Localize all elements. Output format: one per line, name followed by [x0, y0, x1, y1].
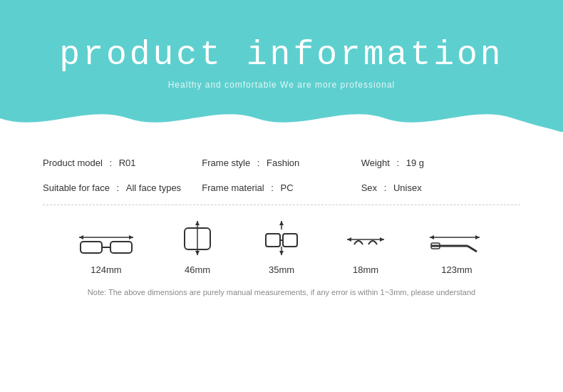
dim-label-46: 46mm	[185, 264, 210, 275]
dim-item-123: 123mm	[428, 220, 485, 275]
spec-value-face-type: All face types	[126, 182, 181, 193]
nose-bridge-icon	[344, 220, 387, 259]
spec-sex: Sex : Unisex	[361, 178, 520, 197]
measurement-note: Note: The above dimensions are purely ma…	[43, 288, 520, 296]
specs-row-2: Suitable for face : All face types Frame…	[43, 178, 520, 197]
svg-rect-12	[266, 234, 280, 247]
svg-marker-2	[129, 235, 133, 239]
spec-label-frame-material: Frame material	[202, 182, 264, 193]
svg-rect-4	[110, 242, 132, 253]
spec-label-face-type: Suitable for face	[43, 182, 110, 193]
lens-height-icon	[176, 220, 219, 259]
svg-line-24	[468, 246, 477, 252]
dimensions-section: 124mm 46mm	[43, 220, 520, 275]
spec-label-weight: Weight	[361, 158, 390, 168]
wave-decoration	[0, 104, 563, 133]
svg-marker-9	[195, 251, 200, 255]
dim-label-18: 18mm	[353, 264, 378, 275]
svg-marker-1	[79, 235, 83, 239]
dim-label-124: 124mm	[91, 264, 121, 275]
spec-label-product-model: Product model	[43, 158, 103, 168]
spec-label-sex: Sex	[361, 182, 377, 193]
spec-value-sex: Unisex	[393, 182, 422, 193]
spec-value-frame-material: PC	[281, 182, 294, 193]
svg-marker-19	[380, 237, 384, 242]
spec-label-frame-style: Frame style	[202, 158, 250, 168]
temple-icon	[428, 220, 485, 259]
spec-value-weight: 19 g	[406, 158, 424, 168]
specs-row-1: Product model : R01 Frame style : Fashio…	[43, 153, 520, 172]
svg-marker-18	[347, 237, 351, 242]
svg-marker-8	[195, 221, 200, 225]
spec-product-model: Product model : R01	[43, 153, 202, 172]
dim-item-35: 35mm	[260, 220, 303, 275]
spec-face-type: Suitable for face : All face types	[43, 178, 202, 197]
svg-marker-16	[279, 251, 284, 255]
dim-label-35: 35mm	[269, 264, 294, 275]
svg-marker-21	[430, 235, 434, 239]
divider	[43, 205, 520, 205]
lens-width-icon	[78, 220, 135, 259]
dim-item-46: 46mm	[176, 220, 219, 275]
spec-frame-style: Frame style : Fashion	[202, 153, 361, 172]
header-section: product information Healthy and comforta…	[0, 0, 563, 132]
svg-marker-11	[279, 221, 284, 225]
spec-value-product-model: R01	[119, 158, 136, 168]
page-title: product information	[59, 36, 503, 74]
header-subtitle: Healthy and comfortable We are more prof…	[168, 80, 396, 90]
spec-value-frame-style: Fashion	[267, 158, 299, 168]
bridge-icon	[260, 220, 303, 259]
content-section: Product model : R01 Frame style : Fashio…	[0, 132, 563, 296]
spec-frame-material: Frame material : PC	[202, 178, 361, 197]
svg-rect-3	[81, 242, 102, 253]
spec-weight: Weight : 19 g	[361, 153, 520, 172]
svg-marker-22	[475, 235, 480, 239]
dim-item-124: 124mm	[78, 220, 135, 275]
dim-label-123: 123mm	[441, 264, 472, 275]
svg-rect-13	[283, 234, 297, 247]
dim-item-18: 18mm	[344, 220, 387, 275]
